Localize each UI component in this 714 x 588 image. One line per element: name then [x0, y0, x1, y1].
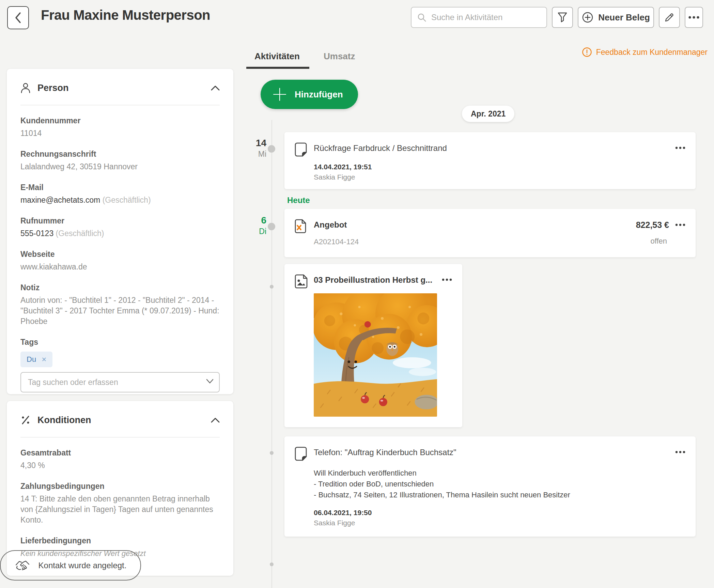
- today-label: Heute: [287, 196, 310, 205]
- note-document-icon: [295, 142, 308, 180]
- card-more-button[interactable]: [675, 142, 685, 149]
- activity-title: Rückfrage Farbdruck / Beschnittrand: [314, 142, 447, 155]
- field-label: E-Mail: [20, 183, 220, 192]
- header-more-button[interactable]: [685, 7, 703, 28]
- activity-datetime: 06.04.2021, 19:50: [314, 509, 685, 517]
- tag-input[interactable]: [20, 372, 220, 392]
- filter-icon: [557, 12, 568, 23]
- conditions-card-title: Konditionen: [37, 415, 91, 425]
- back-button[interactable]: [7, 6, 29, 29]
- divider: [20, 105, 220, 105]
- tab-revenue[interactable]: Umsatz: [324, 51, 355, 62]
- plus-icon: [272, 87, 287, 102]
- phone-field: Rufnummer 555-0123 (Geschäftlich): [20, 216, 220, 239]
- offer-status: offen: [650, 237, 667, 246]
- plus-circle-icon: [582, 12, 593, 23]
- customer-number-field: Kundennummer 11014: [20, 116, 220, 139]
- person-card: Person Kundennummer 11014 Rechnungsansch…: [7, 69, 233, 394]
- more-options-icon: [688, 16, 700, 19]
- image-file-icon: [295, 274, 308, 418]
- offer-amount: 822,53 €: [636, 218, 669, 231]
- email-value[interactable]: maxine@achetats.com: [20, 196, 100, 204]
- field-label: Gesamtrabatt: [20, 448, 220, 458]
- note-field: Notiz Autorin von: - "Buchtitel 1" - 201…: [20, 283, 220, 327]
- timeline-line: [271, 120, 272, 588]
- field-label: Kundennummer: [20, 116, 220, 125]
- field-value: 11014: [20, 128, 220, 139]
- contact-created-label: Kontakt wurde angelegt.: [38, 561, 127, 570]
- search-input[interactable]: [431, 12, 541, 22]
- tab-activities[interactable]: Aktivitäten: [254, 51, 300, 62]
- email-field: E-Mail maxine@achetats.com (Geschäftlich…: [20, 183, 220, 205]
- timeline-day: 6: [234, 215, 266, 226]
- timeline-dot: [268, 223, 275, 230]
- phone-value[interactable]: 555-0123: [20, 229, 53, 238]
- collapse-person-chevron-up-icon[interactable]: [211, 85, 220, 91]
- person-card-header: Person: [7, 78, 233, 97]
- activity-author: Saskia Figge: [314, 173, 685, 181]
- website-value[interactable]: www.kiakahawa.de: [20, 262, 220, 272]
- tag-select: [20, 372, 220, 392]
- add-activity-label: Hinzufügen: [295, 89, 343, 100]
- field-label: Zahlungsbedingungen: [20, 482, 220, 491]
- timeline-dot: [268, 145, 275, 153]
- offer-title: Angebot: [314, 218, 631, 231]
- illustration-thumbnail[interactable]: [314, 293, 437, 417]
- month-badge: Apr. 2021: [462, 106, 514, 122]
- note-line: - Buchsatz, 74 Seiten, 12 Illustrationen…: [314, 490, 685, 500]
- timeline-dot: [270, 285, 274, 289]
- divider: [20, 437, 220, 437]
- activity-datetime: 14.04.2021, 19:51: [314, 163, 685, 171]
- activity-author: Saskia Figge: [314, 519, 685, 527]
- active-tab-underline: [246, 67, 309, 69]
- collapse-conditions-chevron-up-icon[interactable]: [211, 417, 220, 423]
- card-more-button[interactable]: [675, 446, 685, 453]
- conditions-card-header: Konditionen: [7, 411, 233, 430]
- note-document-icon: [295, 446, 308, 527]
- field-label: Notiz: [20, 283, 220, 292]
- activity-card-phone-note[interactable]: Telefon: "Auftrag Kinderbuch Buchsatz" W…: [284, 436, 696, 537]
- tag-chip-du[interactable]: Du ×: [20, 352, 52, 367]
- phone-type: (Geschäftlich): [56, 229, 104, 238]
- field-value: Lalalandweg 42, 30519 Hannover: [20, 161, 220, 172]
- card-more-button[interactable]: [675, 223, 685, 226]
- field-label: Rufnummer: [20, 216, 220, 226]
- search-icon: [417, 13, 426, 22]
- new-receipt-label: Neuer Beleg: [598, 12, 650, 23]
- page-title: Frau Maxine Musterperson: [41, 7, 210, 23]
- chevron-down-icon[interactable]: [206, 379, 214, 384]
- timeline-weekday: Mi: [234, 149, 266, 159]
- contact-created-pill[interactable]: Kontakt wurde angelegt.: [0, 550, 141, 581]
- offer-number: A202104-124: [314, 237, 631, 246]
- timeline-dot: [270, 562, 274, 566]
- timeline-date-14: 14 Mi: [234, 137, 266, 159]
- filter-button[interactable]: [552, 7, 573, 28]
- tags-field: Tags Du ×: [20, 338, 220, 392]
- pencil-icon: [664, 12, 674, 22]
- exclamation-bubble-icon: [582, 47, 592, 57]
- activity-search[interactable]: [411, 7, 547, 28]
- edit-button[interactable]: [659, 7, 680, 28]
- autumn-illustration: [314, 293, 437, 417]
- percent-icon: [20, 415, 31, 425]
- offer-document-icon: [295, 218, 308, 248]
- feedback-link[interactable]: Feedback zum Kundenmanager: [582, 47, 708, 57]
- field-value: 4,30 %: [20, 460, 220, 471]
- field-label: Rechnungsanschrift: [20, 150, 220, 159]
- add-activity-button[interactable]: Hinzufügen: [261, 80, 358, 109]
- chevron-left-icon: [14, 12, 22, 24]
- activity-card-image[interactable]: 03 Probeillustration Herbst g...: [284, 264, 462, 427]
- field-label: Lieferbedingungen: [20, 536, 220, 545]
- new-receipt-button[interactable]: Neuer Beleg: [578, 7, 654, 28]
- timeline-dot: [270, 451, 274, 455]
- handshake-icon: [15, 559, 30, 572]
- image-title: 03 Probeillustration Herbst g...: [314, 274, 432, 287]
- email-type: (Geschäftlich): [103, 196, 151, 204]
- activity-card-offer[interactable]: Angebot A202104-124 822,53 € offen: [284, 209, 696, 257]
- billing-address-field: Rechnungsanschrift Lalalandweg 42, 30519…: [20, 150, 220, 172]
- remove-tag-icon[interactable]: ×: [42, 355, 46, 364]
- tag-chip-label: Du: [27, 355, 36, 364]
- activity-card-note[interactable]: Rückfrage Farbdruck / Beschnittrand 14.0…: [284, 132, 696, 189]
- card-more-button[interactable]: [442, 274, 452, 281]
- discount-field: Gesamtrabatt 4,30 %: [20, 448, 220, 471]
